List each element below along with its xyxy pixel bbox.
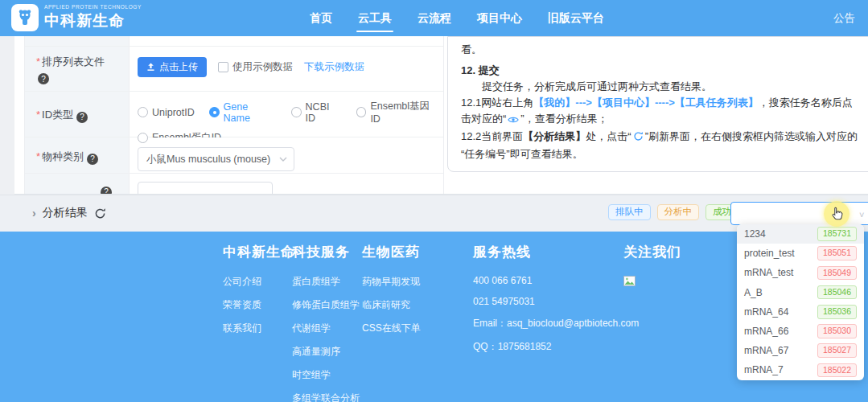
task-option[interactable]: 1234185731 <box>737 224 864 244</box>
radio-icon <box>138 107 148 117</box>
footer-link[interactable]: 蛋白质组学 <box>292 275 360 289</box>
task-dropdown: 1234185731 protein_test185051 mRNA_test1… <box>737 224 864 380</box>
radio-checked-icon <box>209 107 220 117</box>
footer-link[interactable]: 联系我们 <box>223 322 295 335</box>
help-icon[interactable] <box>101 187 112 195</box>
species-select[interactable]: 小鼠Mus musculus (mouse) <box>138 147 294 171</box>
chevron-down-icon <box>279 157 287 162</box>
footer-link[interactable]: 临床前研究 <box>362 298 421 312</box>
form-row-id-type: ID类型 UniprotID Gene Name NCBI ID Ensembl… <box>25 91 443 137</box>
footer-link[interactable]: 多组学联合分析 <box>292 392 360 402</box>
help-icon[interactable] <box>38 73 49 84</box>
task-id-badge: 185049 <box>817 266 857 281</box>
instructions-step-title: 12. 提交 <box>461 63 860 79</box>
collapse-arrow-icon[interactable]: › <box>32 207 36 219</box>
flask-icon <box>16 9 34 27</box>
logo-tagline: APPLIED PROTEIN TECHNOLOGY <box>44 4 142 10</box>
use-example-checkbox[interactable]: 使用示例数据 <box>218 60 293 74</box>
logo-icon <box>11 4 39 31</box>
task-id-badge: 185027 <box>817 343 857 358</box>
form-row-species: 物种类别 小鼠Mus musculus (mouse) <box>25 137 443 173</box>
analysis-results-title: 分析结果 <box>43 206 88 220</box>
radio-icon <box>138 133 148 143</box>
footer-link[interactable]: 公司介绍 <box>223 275 295 289</box>
task-search-input[interactable] <box>730 202 868 225</box>
instructions-step-12-2: 12.2当前界面【分析结果】处，点击“”刷新界面，在右侧搜索框内筛选或输入对应的… <box>461 129 860 162</box>
footer-col-services: 科技服务 蛋白质组学 修饰蛋白质组学 代谢组学 高通量测序 时空组学 多组学联合… <box>292 243 360 402</box>
task-option[interactable]: protein_test185051 <box>737 244 864 263</box>
species-label: 物种类别 <box>36 150 84 162</box>
nav-home[interactable]: 首页 <box>310 8 332 29</box>
footer-link[interactable]: 药物早期发现 <box>362 275 421 289</box>
task-id-badge: 185731 <box>817 227 857 241</box>
footer-link[interactable]: 代谢组学 <box>292 322 360 335</box>
radio-ncbi-id[interactable]: NCBI ID <box>291 101 342 124</box>
form-row-file: 排序列表文件 点击上传 使用 <box>25 46 443 91</box>
footer-col-biomedicine: 生物医药 药物早期发现 临床前研究 CSS在线下单 <box>362 243 421 345</box>
instructions-step-intro: 提交任务，分析完成后可通过两种方式查看结果。 <box>461 79 860 95</box>
nav-project-center[interactable]: 项目中心 <box>477 8 522 29</box>
task-id-badge: 185051 <box>817 246 857 260</box>
radio-icon <box>356 107 367 117</box>
tool-form-table: 排序列表文件 点击上传 使用 <box>24 36 444 195</box>
logo-title: 中科新生命 <box>44 10 142 31</box>
radio-ensembl-gene-id[interactable]: Ensembl基因ID <box>356 100 438 125</box>
upload-button[interactable]: 点击上传 <box>138 57 207 77</box>
brand-logo[interactable]: APPLIED PROTEIN TECHNOLOGY 中科新生命 <box>11 4 142 31</box>
clipped-text-input[interactable] <box>138 182 273 195</box>
footer-link[interactable]: CSS在线下单 <box>362 322 421 335</box>
instructions-panel: 看。 12. 提交 提交任务，分析完成后可通过两种方式查看结果。 12.1网站右… <box>447 36 868 172</box>
task-option[interactable]: mRNA_66185030 <box>737 322 864 341</box>
footer-hotline-qq: QQ：1875681852 <box>473 340 639 354</box>
footer-hotline-email: Email：asq_biocloud@aptbiotech.com <box>473 317 639 330</box>
refresh-results-icon[interactable] <box>94 207 106 219</box>
radio-icon <box>291 107 302 117</box>
announcement-link[interactable]: 公告 <box>833 11 855 26</box>
footer-col-company: 中科新生命 公司介绍 荣誉资质 联系我们 <box>223 243 295 345</box>
footer-link[interactable]: 荣誉资质 <box>223 298 295 312</box>
filter-analyzing-badge[interactable]: 分析中 <box>657 204 700 220</box>
instructions-overflow-line: 看。 <box>461 42 860 58</box>
page-root: APPLIED PROTEIN TECHNOLOGY 中科新生命 首页 云工具 … <box>0 0 868 402</box>
footer-link[interactable]: 时空组学 <box>292 368 360 382</box>
id-type-label: ID类型 <box>36 109 73 121</box>
top-navbar: APPLIED PROTEIN TECHNOLOGY 中科新生命 首页 云工具 … <box>0 0 868 36</box>
task-id-badge: 185036 <box>817 305 857 319</box>
nav-cloud-tools[interactable]: 云工具 <box>358 8 392 29</box>
refresh-icon <box>633 130 644 146</box>
help-icon[interactable] <box>76 112 88 123</box>
task-option[interactable]: mRNA_7185022 <box>737 360 864 379</box>
task-option[interactable]: mRNA_64185036 <box>737 302 864 322</box>
instructions-step-12-1: 12.1网站右上角【我的】--->【项目中心】---->【工具任务列表】，搜索任… <box>461 95 860 129</box>
checkbox-icon <box>218 62 228 72</box>
radio-uniprotid[interactable]: UniprotID <box>138 107 195 118</box>
nav-cloud-flow[interactable]: 云流程 <box>418 8 451 29</box>
form-row-clipped-bottom <box>25 173 443 195</box>
task-id-badge: 185046 <box>817 285 857 300</box>
footer-col-hotline: 服务热线 400 066 6761 021 54975031 Email：asq… <box>473 243 639 363</box>
footer-col-follow-us: 关注我们 <box>623 243 681 289</box>
footer-link[interactable]: 高通量测序 <box>292 345 360 359</box>
broken-image-icon <box>623 275 636 289</box>
radio-gene-name[interactable]: Gene Name <box>209 101 277 124</box>
nav-legacy-platform[interactable]: 旧版云平台 <box>548 8 604 29</box>
filter-queued-badge[interactable]: 排队中 <box>608 204 651 220</box>
task-option[interactable]: mRNA_67185027 <box>737 341 864 360</box>
footer-hotline-phone1: 400 066 6761 <box>473 275 639 286</box>
eye-icon <box>508 113 519 129</box>
download-example-link[interactable]: 下载示例数据 <box>304 60 364 74</box>
task-option[interactable]: A_B185046 <box>737 283 864 302</box>
task-id-badge: 185022 <box>817 363 857 378</box>
main-nav: 首页 云工具 云流程 项目中心 旧版云平台 <box>310 0 604 36</box>
file-field-label: 排序列表文件 <box>36 55 105 68</box>
form-row-clipped-top <box>25 36 443 46</box>
footer-hotline-phone2: 021 54975031 <box>473 296 639 307</box>
help-icon[interactable] <box>87 154 98 165</box>
task-option[interactable]: mRNA_test185049 <box>737 263 864 282</box>
footer-link[interactable]: 修饰蛋白质组学 <box>292 298 360 312</box>
task-id-badge: 185030 <box>817 324 857 338</box>
upload-icon <box>146 63 155 72</box>
